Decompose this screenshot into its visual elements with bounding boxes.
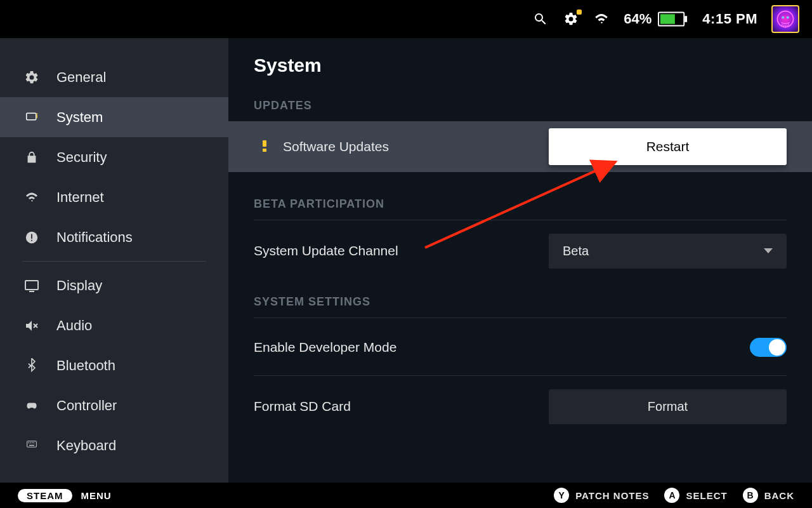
row-update-channel: System Update Channel Beta (254, 232, 787, 270)
sidebar-item-label: Internet (56, 189, 104, 206)
sidebar-item-label: Controller (56, 398, 117, 414)
svg-point-5 (787, 17, 789, 19)
section-head-settings: SYSTEM SETTINGS (254, 295, 787, 309)
sidebar-item-label: Notifications (56, 229, 133, 246)
system-icon (22, 108, 41, 127)
sidebar-item-general[interactable]: General (0, 57, 228, 97)
sidebar-item-internet[interactable]: Internet (0, 177, 228, 217)
sidebar-divider (22, 261, 206, 262)
controller-icon (22, 396, 41, 415)
clock: 4:15 PM (702, 11, 757, 27)
svg-rect-14 (27, 441, 37, 446)
sidebar-item-label: System (56, 109, 103, 126)
wifi-icon[interactable] (593, 11, 610, 27)
settings-icon[interactable] (563, 11, 579, 27)
sidebar-item-controller[interactable]: Controller (0, 385, 228, 425)
display-icon (22, 276, 41, 295)
sidebar-item-display[interactable]: Display (0, 265, 228, 305)
sidebar: General System Security Internet Notific… (0, 38, 228, 483)
keyboard-icon (22, 436, 41, 455)
svg-rect-15 (29, 442, 29, 443)
battery-icon (658, 11, 688, 27)
sidebar-item-security[interactable]: Security (0, 137, 228, 177)
divider (254, 375, 787, 376)
svg-point-4 (782, 17, 784, 19)
sidebar-item-label: Audio (56, 318, 92, 334)
b-button-icon: B (743, 488, 758, 503)
section-beta: BETA PARTICIPATION System Update Channel… (254, 197, 787, 270)
avatar[interactable] (771, 5, 799, 33)
alert-icon (22, 228, 41, 247)
bluetooth-icon (22, 356, 41, 375)
update-channel-select[interactable]: Beta (549, 234, 787, 269)
sidebar-item-label: Bluetooth (56, 358, 115, 374)
hint-patch-notes[interactable]: Y PATCH NOTES (554, 488, 649, 503)
sidebar-item-label: Display (56, 277, 102, 294)
svg-rect-18 (34, 442, 34, 443)
svg-rect-7 (37, 115, 38, 118)
battery-status: 64% (624, 11, 688, 27)
row-label: Software Updates (283, 139, 389, 154)
restart-button[interactable]: Restart (549, 128, 787, 165)
lock-icon (22, 148, 41, 167)
section-head-updates: UPDATES (254, 99, 787, 112)
hint-select[interactable]: A SELECT (664, 488, 727, 503)
svg-rect-10 (31, 234, 32, 238)
row-format-sd: Format SD Card Format (254, 387, 787, 425)
sidebar-item-bluetooth[interactable]: Bluetooth (0, 345, 228, 385)
format-button[interactable]: Format (549, 389, 787, 424)
sidebar-item-keyboard[interactable]: Keyboard (0, 425, 228, 465)
hint-back[interactable]: B BACK (743, 488, 794, 503)
section-system-settings: SYSTEM SETTINGS Enable Developer Mode Fo… (254, 295, 787, 425)
y-button-icon: Y (554, 488, 569, 503)
svg-rect-19 (29, 444, 34, 445)
top-bar: 64% 4:15 PM (0, 0, 812, 38)
sidebar-item-label: Keyboard (56, 438, 116, 454)
wifi-icon (22, 188, 41, 207)
sidebar-item-notifications[interactable]: Notifications (0, 217, 228, 257)
sidebar-item-system[interactable]: System (0, 97, 228, 137)
main-panel: System UPDATES Software Updates Restart … (228, 38, 812, 483)
menu-label: MENU (81, 490, 112, 501)
sidebar-item-audio[interactable]: Audio (0, 305, 228, 345)
settings-notification-dot (577, 10, 582, 15)
svg-rect-13 (29, 291, 34, 292)
row-label: System Update Channel (254, 243, 398, 258)
svg-rect-11 (31, 239, 32, 241)
sidebar-item-label: Security (56, 149, 107, 166)
svg-rect-8 (37, 113, 38, 114)
svg-rect-6 (27, 113, 36, 120)
svg-rect-12 (25, 281, 38, 290)
chevron-down-icon (764, 248, 773, 253)
warning-icon (260, 140, 269, 153)
row-label: Format SD Card (254, 399, 351, 414)
svg-rect-17 (32, 442, 32, 443)
page-title: System (254, 55, 787, 76)
select-value: Beta (563, 244, 589, 258)
sidebar-item-label: General (56, 69, 106, 86)
developer-mode-toggle[interactable] (750, 338, 787, 357)
search-icon[interactable] (532, 11, 549, 27)
svg-rect-16 (30, 442, 30, 443)
battery-percent: 64% (624, 11, 652, 27)
audio-mute-icon (22, 316, 41, 335)
row-developer-mode: Enable Developer Mode (254, 330, 787, 365)
gear-icon (22, 68, 41, 87)
svg-rect-2 (660, 14, 675, 23)
section-updates: UPDATES Software Updates Restart (254, 99, 787, 172)
row-label: Enable Developer Mode (254, 340, 396, 355)
steam-button[interactable]: STEAM (18, 489, 72, 502)
divider (254, 318, 787, 318)
section-head-beta: BETA PARTICIPATION (254, 197, 787, 211)
bottom-bar: STEAM MENU Y PATCH NOTES A SELECT B BACK (0, 483, 812, 508)
a-button-icon: A (664, 488, 679, 503)
row-software-updates[interactable]: Software Updates Restart (228, 121, 812, 172)
divider (254, 220, 787, 220)
svg-rect-1 (685, 16, 688, 22)
